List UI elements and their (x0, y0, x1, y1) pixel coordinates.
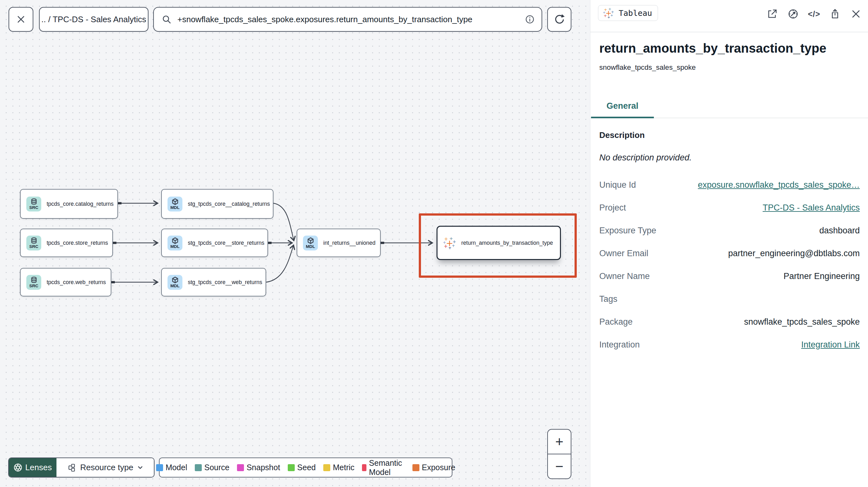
zoom-controls: + − (547, 429, 571, 479)
database-icon (30, 277, 37, 284)
node-label: tpcds_core.store_returns (46, 240, 108, 246)
integration-link[interactable]: Integration Link (801, 340, 860, 350)
field-row-owner-name: Owner Name Partner Engineering (599, 265, 860, 288)
tab-general[interactable]: General (591, 95, 654, 118)
share-button[interactable] (829, 8, 841, 20)
search-input[interactable] (177, 14, 524, 25)
graph-node-stg-store-returns[interactable]: MDL stg_tpcds_core__store_returns (161, 229, 268, 257)
cube-icon (307, 237, 314, 244)
page-title: return_amounts_by_transaction_type (599, 41, 827, 56)
model-badge: MDL (167, 235, 182, 251)
seed-swatch (288, 464, 295, 471)
refresh-icon (553, 13, 566, 26)
resource-type-dropdown[interactable]: Resource type (57, 458, 154, 477)
graph-node-stg-catalog-returns[interactable]: MDL stg_tpcds_core__catalog_returns (161, 189, 274, 219)
resource-type-legend: Model Source Snapshot Seed Metric Semant… (159, 457, 453, 478)
cube-icon (172, 277, 179, 284)
field-row-project: Project TPC-DS - Sales Analytics (599, 196, 860, 219)
legend-item-model: Model (156, 463, 187, 472)
project-link[interactable]: TPC-DS - Sales Analytics (763, 203, 860, 213)
model-badge: MDL (167, 197, 182, 212)
node-label: stg_tpcds_core__store_returns (188, 240, 264, 246)
node-label: tpcds_core.catalog_returns (46, 201, 114, 207)
lenses-button[interactable]: Lenses (9, 458, 57, 477)
search-icon (161, 14, 172, 24)
graph-node-source-web-returns[interactable]: SRC tpcds_core.web_returns (20, 268, 111, 296)
dbt-explorer-lineage-app: SRC tpcds_core.catalog_returns SRC tpcds… (0, 0, 868, 487)
graph-node-source-store-returns[interactable]: SRC tpcds_core.store_returns (20, 229, 113, 257)
field-row-exposure-type: Exposure Type dashboard (599, 219, 860, 242)
tableau-logo-icon: + + + + + + + + (603, 8, 614, 19)
resource-details-panel: + + + + + + + + Tableau (590, 0, 868, 487)
panel-tabbar: General (590, 95, 868, 118)
refresh-button[interactable] (547, 7, 571, 32)
compass-icon (787, 8, 799, 20)
node-label: stg_tpcds_core__catalog_returns (188, 201, 270, 207)
zoom-in-button[interactable]: + (548, 430, 571, 454)
exposure-swatch (412, 464, 420, 471)
lenses-toolbar: Lenses Resource type (8, 457, 155, 478)
database-icon (30, 198, 37, 205)
semantic-model-swatch (362, 464, 366, 471)
legend-item-exposure: Exposure (412, 463, 456, 472)
details-list: Unique Id exposure.snowflake_tpcds_sales… (599, 173, 860, 356)
field-row-tags: Tags (599, 288, 860, 311)
tableau-logo-icon: + + + + + + + + (443, 236, 456, 249)
code-icon: </> (808, 9, 820, 19)
explore-button[interactable] (787, 8, 800, 20)
description-empty-text: No description provided. (599, 153, 860, 163)
chevron-down-icon (137, 464, 144, 471)
graph-node-stg-web-returns[interactable]: MDL stg_tpcds_core__web_returns (161, 268, 266, 296)
source-swatch (195, 464, 202, 471)
source-badge: SRC (26, 275, 41, 290)
panel-body: Description No description provided. Uni… (599, 118, 860, 356)
view-code-button[interactable]: </> (808, 8, 820, 20)
description-heading: Description (599, 130, 860, 140)
legend-item-semantic-model: Semantic Model (362, 458, 404, 477)
database-icon (30, 237, 37, 244)
external-link-icon (766, 8, 778, 20)
close-icon (850, 8, 862, 20)
node-label: int_returns__unioned (323, 240, 375, 246)
aperture-icon (13, 463, 22, 472)
close-panel-button[interactable] (849, 8, 862, 20)
package-subtitle: snowflake_tpcds_sales_spoke (599, 63, 696, 72)
graph-node-exposure-selected[interactable]: + + + + + + + + return_amounts_by_transa… (437, 226, 561, 260)
cube-icon (172, 237, 179, 244)
panel-header: + + + + + + + + Tableau (590, 0, 868, 32)
resource-type-icon (67, 463, 76, 473)
legend-item-seed: Seed (288, 463, 316, 472)
field-row-unique-id: Unique Id exposure.snowflake_tpcds_sales… (599, 173, 860, 196)
close-icon (16, 14, 26, 25)
graph-node-int-returns-unioned[interactable]: MDL int_returns__unioned (297, 229, 381, 257)
panel-actions: </> (766, 8, 862, 20)
model-swatch (156, 464, 163, 471)
source-badge: SRC (26, 197, 41, 212)
model-badge: MDL (167, 275, 182, 290)
source-badge: SRC (26, 235, 41, 251)
snapshot-swatch (237, 464, 244, 471)
legend-item-source: Source (195, 463, 229, 472)
open-external-button[interactable] (766, 8, 778, 20)
close-lineage-button[interactable] (8, 7, 33, 32)
node-label: tpcds_core.web_returns (46, 279, 106, 286)
field-row-owner-email: Owner Email partner_engineering@dbtlabs.… (599, 242, 860, 265)
breadcrumb[interactable]: .. / TPC-DS - Sales Analytics (39, 7, 149, 32)
node-label: stg_tpcds_core__web_returns (188, 279, 262, 286)
lineage-search-bar[interactable] (153, 7, 542, 32)
tableau-integration-badge: + + + + + + + + Tableau (598, 5, 658, 21)
legend-item-metric: Metric (323, 463, 354, 472)
legend-item-snapshot: Snapshot (237, 463, 280, 472)
model-badge: MDL (303, 235, 318, 251)
field-row-package: Package snowflake_tpcds_sales_spoke (599, 311, 860, 333)
unique-id-link[interactable]: exposure.snowflake_tpcds_sales_spoke… (698, 180, 860, 190)
metric-swatch (323, 464, 330, 471)
info-icon[interactable] (524, 14, 535, 25)
cube-icon (172, 198, 179, 205)
node-label: return_amounts_by_transaction_type (461, 240, 553, 246)
graph-node-source-catalog-returns[interactable]: SRC tpcds_core.catalog_returns (20, 189, 118, 219)
zoom-out-button[interactable]: − (548, 454, 571, 479)
field-row-integration: Integration Integration Link (599, 333, 860, 356)
lineage-canvas[interactable]: SRC tpcds_core.catalog_returns SRC tpcds… (0, 0, 590, 487)
share-icon (829, 8, 841, 20)
